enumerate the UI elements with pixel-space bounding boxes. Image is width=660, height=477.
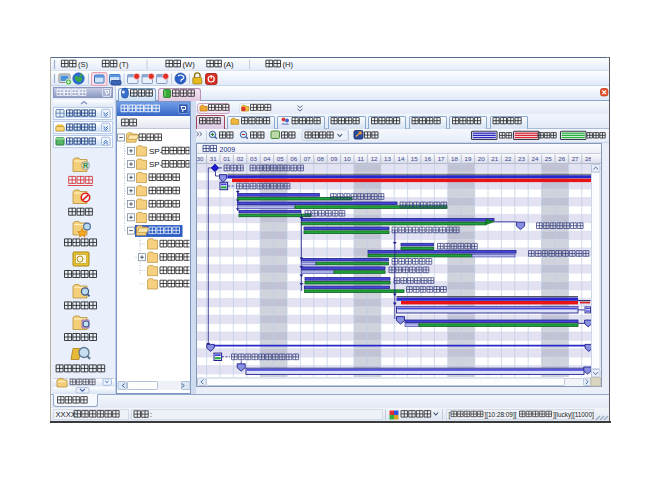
svg-text:06: 06 <box>290 155 297 162</box>
svg-text:03: 03 <box>250 155 257 162</box>
svg-text:(T): (T) <box>119 60 129 69</box>
svg-text:01: 01 <box>223 155 230 162</box>
svg-text:07: 07 <box>304 155 311 162</box>
svg-text:10: 10 <box>344 155 351 162</box>
svg-text:21: 21 <box>491 155 498 162</box>
svg-text:SP-: SP- <box>149 160 163 169</box>
svg-text:14: 14 <box>397 155 404 162</box>
svg-text:19: 19 <box>464 155 471 162</box>
svg-text:(A): (A) <box>223 60 234 69</box>
svg-text:28: 28 <box>585 155 592 162</box>
svg-text:20: 20 <box>478 155 485 162</box>
svg-text:24: 24 <box>531 155 538 162</box>
svg-text:2009: 2009 <box>220 146 236 153</box>
svg-text:SP-: SP- <box>149 147 163 156</box>
svg-text:30: 30 <box>196 155 203 162</box>
svg-text:02: 02 <box>237 155 244 162</box>
svg-text:12: 12 <box>371 155 378 162</box>
svg-text:23: 23 <box>518 155 525 162</box>
svg-text:][lucky][11000]: ][lucky][11000] <box>553 411 594 419</box>
svg-text:16: 16 <box>424 155 431 162</box>
svg-text:05: 05 <box>277 155 284 162</box>
svg-text:(H): (H) <box>283 60 294 69</box>
svg-text:08: 08 <box>317 155 324 162</box>
svg-text:18: 18 <box>451 155 458 162</box>
svg-text:17: 17 <box>438 155 445 162</box>
svg-text:13: 13 <box>384 155 391 162</box>
svg-text:09: 09 <box>330 155 337 162</box>
svg-text:31: 31 <box>210 155 217 162</box>
svg-text:04: 04 <box>263 155 270 162</box>
svg-text:(W): (W) <box>183 60 196 69</box>
svg-text:R: R <box>83 162 88 169</box>
svg-text:25: 25 <box>545 155 552 162</box>
svg-text:][10:28:09][: ][10:28:09][ <box>485 411 517 419</box>
svg-text:XXXX: XXXX <box>56 410 76 419</box>
svg-text:11: 11 <box>357 155 364 162</box>
svg-text:(S): (S) <box>78 60 89 69</box>
svg-text:15: 15 <box>411 155 418 162</box>
svg-text:26: 26 <box>558 155 565 162</box>
svg-text:27: 27 <box>572 155 579 162</box>
svg-text:22: 22 <box>505 155 512 162</box>
svg-text::: : <box>150 410 152 419</box>
svg-text:[: [ <box>449 411 451 419</box>
